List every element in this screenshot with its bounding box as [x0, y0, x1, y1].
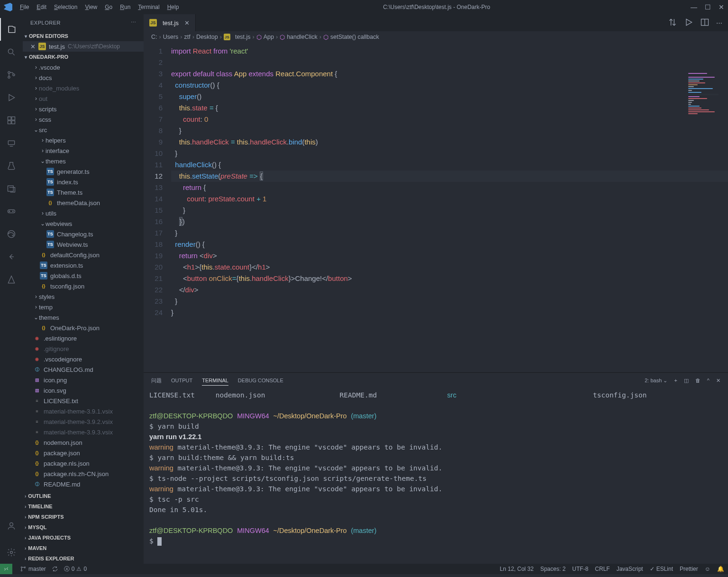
folder-docs[interactable]: docs	[23, 72, 144, 83]
file--eslintignore[interactable]: ◉.eslintignore	[23, 333, 144, 343]
file-icon-svg[interactable]: ▧icon.svg	[23, 385, 144, 396]
code-content[interactable]: import React from 'react'export default …	[171, 43, 728, 372]
menu-terminal[interactable]: Terminal	[134, 2, 163, 12]
activity-source-control-icon[interactable]	[0, 63, 23, 86]
file-extension-ts[interactable]: TSextension.ts	[23, 260, 144, 270]
split-terminal-icon[interactable]: ◫	[684, 378, 689, 384]
activity-azure-icon[interactable]	[0, 268, 23, 291]
activity-account-icon[interactable]	[0, 514, 23, 537]
terminal-selector[interactable]: 2: bash ⌄	[645, 378, 667, 384]
new-terminal-icon[interactable]: +	[674, 378, 677, 383]
file-index-ts[interactable]: TSindex.ts	[23, 177, 144, 187]
file-nodemon-json[interactable]: {}nodemon.json	[23, 437, 144, 448]
indentation[interactable]: Spaces: 2	[540, 566, 565, 572]
activity-test-icon[interactable]	[0, 154, 23, 177]
eol[interactable]: CRLF	[595, 566, 610, 572]
file-material-theme-3-9-3-vsix[interactable]: ≡material-theme-3.9.3.vsix	[23, 427, 144, 437]
panel-tab-problems[interactable]: 问题	[151, 375, 162, 386]
folder-helpers[interactable]: helpers	[23, 135, 144, 145]
section-mysql[interactable]: MYSQL	[23, 522, 144, 532]
activity-search-icon[interactable]	[0, 41, 23, 63]
folder-styles[interactable]: styles	[23, 291, 144, 302]
file-themedata-json[interactable]: {}themeData.json	[23, 198, 144, 208]
section-outline[interactable]: OUTLINE	[23, 491, 144, 501]
file-theme-ts[interactable]: TSTheme.ts	[23, 187, 144, 198]
file-readme-md[interactable]: ⓘREADME.md	[23, 479, 144, 489]
feedback-icon[interactable]: ☺	[705, 566, 710, 572]
section-timeline[interactable]: TIMELINE	[23, 501, 144, 512]
compare-changes-icon[interactable]	[668, 18, 677, 28]
folder-interface[interactable]: interface	[23, 145, 144, 156]
activity-extensions-icon[interactable]	[0, 109, 23, 132]
activity-remote-icon[interactable]	[0, 132, 23, 154]
kill-terminal-icon[interactable]: 🗑	[695, 378, 701, 383]
folder-scripts[interactable]: scripts	[23, 104, 144, 114]
file-onedark-pro-json[interactable]: {}OneDark-Pro.json	[23, 323, 144, 333]
breadcrumb[interactable]: C:› Users› ztf› Desktop› JStest.js› ⬡App…	[144, 31, 728, 43]
tab-test-js[interactable]: JS test.js ✕	[144, 14, 196, 31]
folder-webviews[interactable]: webviews	[23, 218, 144, 229]
panel-tab-output[interactable]: OUTPUT	[171, 376, 192, 385]
folder--vscode[interactable]: .vscode	[23, 62, 144, 72]
activity-back-icon[interactable]	[0, 245, 23, 268]
folder-temp[interactable]: temp	[23, 302, 144, 312]
folder-src[interactable]: src	[23, 125, 144, 135]
eslint-status[interactable]: ✓ ESLint	[650, 566, 673, 572]
menu-view[interactable]: View	[81, 2, 101, 12]
problems-indicator[interactable]: ⓧ 0 ⚠ 0	[64, 565, 87, 573]
menu-file[interactable]: File	[16, 2, 33, 12]
activity-references-icon[interactable]	[0, 177, 23, 200]
activity-game-icon[interactable]	[0, 200, 23, 223]
folder-themes[interactable]: themes	[23, 312, 144, 323]
activity-settings-icon[interactable]	[0, 541, 23, 564]
close-panel-icon[interactable]: ✕	[716, 378, 720, 384]
file-package-nls-json[interactable]: {}package.nls.json	[23, 458, 144, 469]
file-changelog-md[interactable]: ⓘCHANGELOG.md	[23, 364, 144, 375]
remote-button[interactable]	[0, 564, 12, 574]
notifications-icon[interactable]: 🔔	[717, 566, 724, 572]
window-close-icon[interactable]: ✕	[719, 3, 724, 11]
editor-more-icon[interactable]: ⋯	[716, 19, 722, 27]
language-mode[interactable]: JavaScript	[617, 566, 643, 572]
folder-utils[interactable]: utils	[23, 208, 144, 218]
split-editor-icon[interactable]	[700, 18, 710, 28]
section-java-projects[interactable]: JAVA PROJECTS	[23, 532, 144, 543]
menu-selection[interactable]: Selection	[50, 2, 81, 12]
file-tsconfig-json[interactable]: {}tsconfig.json	[23, 281, 144, 291]
branch-indicator[interactable]: master	[20, 566, 46, 572]
sync-button[interactable]	[52, 566, 58, 572]
menu-go[interactable]: Go	[101, 2, 116, 12]
prettier-status[interactable]: Prettier	[680, 566, 698, 572]
menu-run[interactable]: Run	[116, 2, 134, 12]
file-license-txt[interactable]: ≡LICENSE.txt	[23, 396, 144, 406]
menu-help[interactable]: Help	[164, 2, 183, 12]
file--vscodeignore[interactable]: ◉.vscodeignore	[23, 354, 144, 364]
open-editor-item[interactable]: ✕ JS test.js C:\Users\ztf\Desktop	[23, 41, 144, 52]
file-material-theme-3-9-2-vsix[interactable]: ≡material-theme-3.9.2.vsix	[23, 416, 144, 427]
activity-run-debug-icon[interactable]	[0, 86, 23, 109]
file-material-theme-3-9-1-vsix[interactable]: ≡material-theme-3.9.1.vsix	[23, 406, 144, 416]
cursor-position[interactable]: Ln 12, Col 32	[500, 566, 534, 572]
folder-themes[interactable]: themes	[23, 156, 144, 166]
file-package-json[interactable]: {}package.json	[23, 448, 144, 458]
folder-out[interactable]: out	[23, 93, 144, 104]
folder-scss[interactable]: scss	[23, 114, 144, 125]
file-icon-png[interactable]: ▧icon.png	[23, 375, 144, 385]
tab-close-icon[interactable]: ✕	[184, 19, 190, 27]
window-maximize-icon[interactable]: ☐	[705, 3, 711, 11]
file-package-nls-zh-cn-json[interactable]: {}package.nls.zh-CN.json	[23, 469, 144, 479]
panel-tab-terminal[interactable]: TERMINAL	[202, 376, 228, 386]
run-file-icon[interactable]	[684, 18, 693, 28]
panel-tab-debug[interactable]: DEBUG CONSOLE	[238, 376, 283, 385]
workspace-header[interactable]: ONEDARK-PRO	[23, 52, 144, 62]
section-maven[interactable]: MAVEN	[23, 543, 144, 553]
file-defaultconfig-json[interactable]: {}defaultConfig.json	[23, 250, 144, 260]
activity-explorer-icon[interactable]	[0, 18, 23, 41]
file--gitignore[interactable]: ◉.gitignore	[23, 343, 144, 354]
file-generator-ts[interactable]: TSgenerator.ts	[23, 166, 144, 177]
window-minimize-icon[interactable]: —	[691, 3, 697, 11]
menu-edit[interactable]: Edit	[33, 2, 50, 12]
activity-edge-icon[interactable]	[0, 223, 23, 245]
file-webview-ts[interactable]: TSWebview.ts	[23, 239, 144, 250]
code-editor[interactable]: 123456789101112131415161718192021222324 …	[144, 43, 728, 372]
